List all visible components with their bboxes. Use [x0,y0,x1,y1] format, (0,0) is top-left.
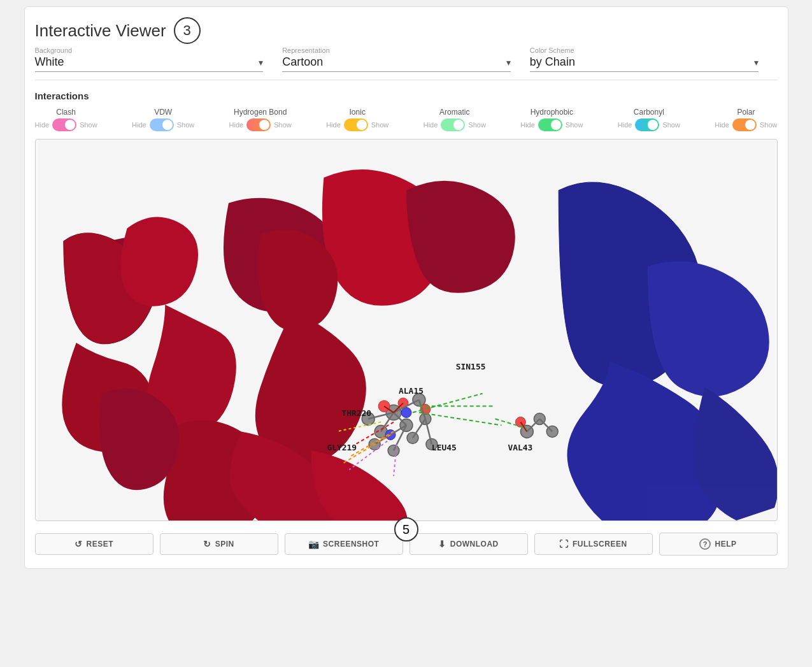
ionic-toggle-row: Hide Show [326,118,388,131]
polar-label: Polar [737,108,755,117]
fullscreen-label: FULLSCREEN [573,540,627,549]
svg-text:GLY219: GLY219 [327,443,357,452]
background-label: Background [35,47,264,54]
page-title: Interactive Viewer [35,21,166,41]
clash-hide: Hide [35,121,50,129]
protein-visualization: SIN155 ALA15 THR220 GLY219 LEU45 VAL43 [36,140,777,520]
hbond-toggle-row: Hide Show [229,118,292,131]
carbonyl-show: Show [662,121,680,129]
spin-icon: ↻ [203,539,211,549]
clash-toggle-row: Hide Show [35,118,97,131]
hbond-toggle[interactable] [246,118,271,131]
polar-toggle[interactable] [732,118,757,131]
hydrophobic-toggle[interactable] [538,118,562,131]
svg-text:ALA15: ALA15 [399,386,424,396]
representation-label: Representation [282,47,511,54]
help-button[interactable]: ? HELP [659,533,778,556]
reset-label: RESET [86,540,113,549]
background-value: White [35,55,64,69]
aromatic-label: Aromatic [439,108,469,117]
interactions-title: Interactions [35,90,778,101]
svg-text:THR220: THR220 [341,408,371,418]
download-label: DOWNLOAD [450,540,499,549]
aromatic-show: Show [468,121,486,129]
aromatic-toggle-row: Hide Show [424,118,486,131]
help-label: HELP [715,540,736,549]
screenshot-button[interactable]: 📷 SCREENSHOT [285,533,403,555]
screenshot-icon: 📷 [308,539,320,549]
vdw-label: VDW [154,108,172,117]
clash-toggle[interactable] [52,118,76,131]
download-icon: ⬇ [438,539,446,549]
interaction-clash: Clash Hide Show [35,108,97,131]
hbond-hide: Hide [229,121,244,129]
carbonyl-hide: Hide [618,121,632,129]
main-container: Interactive Viewer 3 Background White ▾ … [24,6,788,569]
aromatic-toggle[interactable] [441,118,465,131]
carbonyl-label: Carbonyl [634,108,664,117]
carbonyl-toggle-row: Hide Show [618,118,680,131]
aromatic-hide: Hide [424,121,438,129]
color-scheme-label: Color Scheme [530,47,759,54]
interaction-carbonyl: Carbonyl Hide Show [618,108,680,131]
svg-text:SIN155: SIN155 [455,362,485,371]
help-icon: ? [699,538,711,550]
color-scheme-dropdown-arrow: ▾ [754,57,759,68]
hydrophobic-hide: Hide [520,121,535,129]
hydrophobic-label: Hydrophobic [531,108,573,117]
polar-toggle-row: Hide Show [715,118,777,131]
interaction-hbond: Hydrogen Bond Hide Show [229,108,292,131]
toolbar: 5 ↺ RESET ↻ SPIN 📷 SCREENSHOT ⬇ DOWNLOAD… [35,530,778,558]
header: Interactive Viewer 3 [35,17,778,44]
interaction-hydrophobic: Hydrophobic Hide Show [520,108,583,131]
header-badge: 3 [174,17,201,44]
interaction-ionic: Ionic Hide Show [326,108,388,131]
hbond-label: Hydrogen Bond [234,108,287,117]
background-select[interactable]: White ▾ [35,55,264,72]
representation-value: Cartoon [282,55,323,69]
svg-point-16 [401,408,411,418]
spin-label: SPIN [215,540,234,549]
ionic-hide: Hide [326,121,341,129]
vdw-toggle-row: Hide Show [132,118,194,131]
reset-icon: ↺ [75,539,83,549]
interaction-aromatic: Aromatic Hide Show [424,108,486,131]
background-dropdown-arrow: ▾ [259,57,263,68]
color-scheme-select[interactable]: by Chain ▾ [530,55,759,72]
ionic-toggle[interactable] [344,118,368,131]
controls-row: Background White ▾ Representation Cartoo… [35,47,778,80]
fullscreen-icon: ⛶ [559,539,569,549]
background-control: Background White ▾ [35,47,283,72]
hydrophobic-show: Show [566,121,583,129]
interactions-section: Interactions Clash Hide Show VDW Hide Sh… [35,90,778,131]
protein-viewer[interactable]: SIN155 ALA15 THR220 GLY219 LEU45 VAL43 [35,139,778,521]
vdw-hide: Hide [132,121,146,129]
toolbar-badge: 5 [394,517,418,541]
interaction-polar: Polar Hide Show [715,108,777,131]
representation-dropdown-arrow: ▾ [506,57,511,68]
clash-label: Clash [56,108,76,117]
screenshot-label: SCREENSHOT [323,540,379,549]
representation-control: Representation Cartoon ▾ [282,47,530,72]
clash-show: Show [80,121,97,129]
carbonyl-toggle[interactable] [635,118,659,131]
spin-button[interactable]: ↻ SPIN [160,533,278,555]
color-scheme-control: Color Scheme by Chain ▾ [530,47,778,72]
vdw-toggle[interactable] [150,118,174,131]
polar-show: Show [760,121,778,129]
interaction-vdw: VDW Hide Show [132,108,194,131]
svg-text:VAL43: VAL43 [508,443,532,452]
color-scheme-value: by Chain [530,55,575,69]
download-button[interactable]: ⬇ DOWNLOAD [410,533,528,555]
representation-select[interactable]: Cartoon ▾ [282,55,511,72]
interactions-grid: Clash Hide Show VDW Hide Show Hydrogen B… [35,108,778,131]
polar-hide: Hide [715,121,729,129]
ionic-label: Ionic [350,108,366,117]
fullscreen-button[interactable]: ⛶ FULLSCREEN [534,533,653,555]
svg-text:LEU45: LEU45 [431,443,456,452]
svg-point-9 [406,432,418,443]
ionic-show: Show [371,121,389,129]
hbond-show: Show [274,121,292,129]
reset-button[interactable]: ↺ RESET [35,533,153,555]
vdw-show: Show [177,121,195,129]
